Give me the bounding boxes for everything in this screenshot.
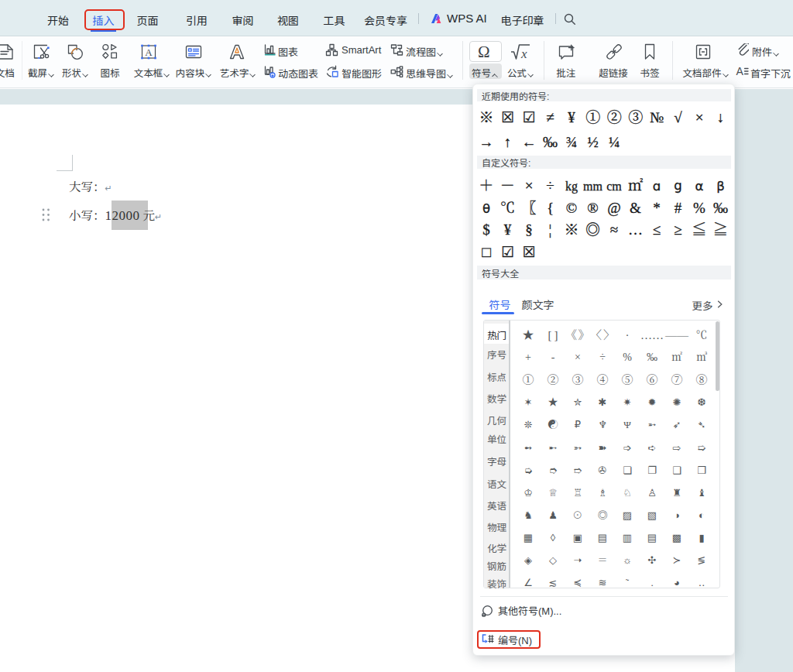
svg-text:A: A [145,46,153,58]
svg-text:x: x [520,46,527,61]
svg-text:A: A [736,65,744,77]
